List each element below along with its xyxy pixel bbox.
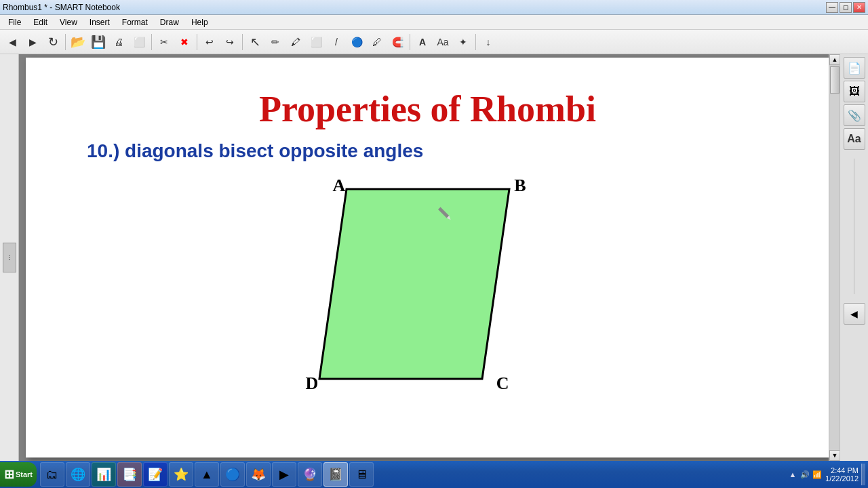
tray-icon-network[interactable]: 📶 [812, 469, 823, 480]
properties-panel-button[interactable]: Aa [844, 128, 865, 150]
menu-view[interactable]: View [54, 16, 83, 28]
text-button[interactable]: A [413, 33, 432, 52]
tray-icon-2[interactable]: 🔊 [800, 469, 810, 480]
menu-edit[interactable]: Edit [28, 16, 53, 28]
menu-insert[interactable]: Insert [84, 16, 115, 28]
taskbar-media[interactable]: ▶ [272, 462, 296, 487]
undo-button[interactable]: ↩ [200, 33, 219, 52]
rhombus-diagram: A B D C [26, 176, 829, 406]
right-sidebar: 📄 🖼 📎 Aa ◀ [840, 54, 868, 461]
vertex-d-label: D [306, 373, 319, 394]
vertex-c-label: C [496, 373, 509, 394]
rhombus-svg [292, 176, 564, 406]
start-button[interactable]: ⊞ Start [0, 462, 37, 487]
screen-button[interactable]: ⬜ [130, 33, 149, 52]
rhombus-shape [319, 189, 509, 379]
toolbar-separator-1 [65, 34, 66, 50]
taskbar-app13[interactable]: 🖥 [349, 462, 374, 487]
text2-button[interactable]: Aa [433, 33, 452, 52]
sidebar-separator [854, 159, 854, 294]
taskbar-firefox[interactable]: 🦊 [246, 462, 271, 487]
forward-button[interactable]: ▶ [23, 33, 42, 52]
menu-help[interactable]: Help [186, 16, 214, 28]
close-button[interactable]: ✕ [853, 2, 865, 13]
taskbar-powerpoint[interactable]: 📑 [117, 462, 142, 487]
pen-button[interactable]: ✏ [266, 33, 285, 52]
taskbar-app6[interactable]: ⭐ [169, 462, 193, 487]
system-tray: ▲ 🔊 📶 [787, 469, 823, 480]
page-sorter-button[interactable]: 📄 [844, 57, 865, 79]
page-subtitle: 10.) diagonals bisect opposite angles [87, 140, 829, 162]
vertex-a-label: A [333, 176, 346, 196]
open-button[interactable]: 📂 [68, 33, 87, 52]
toolbar: ◀ ▶ ↻ 📂 💾 🖨 ⬜ ✂ ✖ ↩ ↪ ↖ ✏ 🖍 ⬜ / 🔵 🖊 🧲 A … [0, 30, 868, 54]
scroll-up-button[interactable]: ▲ [829, 54, 840, 65]
clock-time: 2:44 PM [825, 466, 859, 474]
select-button[interactable]: ↖ [245, 33, 264, 52]
page-title: Properties of Rhombi [26, 88, 829, 130]
scroll-bar: ▲ ▼ [829, 54, 840, 461]
eraser2-button[interactable]: 🖊 [368, 33, 387, 52]
down-button[interactable]: ↓ [479, 33, 498, 52]
magnet-button[interactable]: 🧲 [388, 33, 407, 52]
left-panel: ▶▶ ⋮ [0, 54, 19, 461]
tray-icon-1[interactable]: ▲ [787, 469, 798, 480]
fill-button[interactable]: 🔵 [347, 33, 366, 52]
redo-button[interactable]: ↪ [220, 33, 239, 52]
attachments-button[interactable]: 📎 [844, 104, 865, 126]
menu-file[interactable]: File [3, 16, 26, 28]
eraser-button[interactable]: ⬜ [307, 33, 326, 52]
page-canvas: Properties of Rhombi 10.) diagonals bise… [26, 58, 829, 458]
menu-draw[interactable]: Draw [155, 16, 184, 28]
panel-toggle[interactable]: ⋮ [3, 243, 16, 272]
maximize-button[interactable]: ◻ [840, 2, 852, 13]
clock[interactable]: 2:44 PM 1/22/2012 [825, 466, 859, 483]
sidebar-expand-button[interactable]: ◀ [844, 303, 865, 325]
toolbar-separator-4 [242, 34, 243, 50]
scroll-track[interactable] [829, 65, 840, 450]
cut-button[interactable]: ✂ [155, 33, 174, 52]
back-button[interactable]: ◀ [3, 33, 22, 52]
clock-date: 1/22/2012 [825, 474, 859, 483]
scroll-down-button[interactable]: ▼ [829, 450, 840, 461]
taskbar-app7[interactable]: ▲ [195, 462, 219, 487]
toolbar-separator-5 [410, 34, 410, 50]
toolbar-separator-3 [197, 34, 197, 50]
delete-button[interactable]: ✖ [175, 33, 194, 52]
taskbar-ie[interactable]: 🌐 [66, 462, 90, 487]
scroll-thumb[interactable] [830, 66, 840, 94]
line-button[interactable]: / [327, 33, 346, 52]
refresh-button[interactable]: ↻ [43, 33, 62, 52]
taskbar-word[interactable]: 📝 [143, 462, 167, 487]
taskbar-explorer[interactable]: 🗂 [40, 462, 64, 487]
menu-bar: File Edit View Insert Format Draw Help [0, 15, 868, 30]
highlighter-button[interactable]: 🖍 [286, 33, 305, 52]
taskbar-right: ▲ 🔊 📶 2:44 PM 1/22/2012 [787, 464, 868, 485]
taskbar-app11[interactable]: 🔮 [298, 462, 322, 487]
minimize-button[interactable]: — [826, 2, 838, 13]
vertex-b-label: B [514, 176, 526, 196]
title-bar: Rhombus1 * - SMART Notebook — ◻ ✕ [0, 0, 868, 15]
toolbar-separator-2 [151, 34, 152, 50]
title-bar-controls: — ◻ ✕ [826, 2, 865, 13]
taskbar: ⊞ Start 🗂 🌐 📊 📑 📝 ⭐ ▲ 🔵 🦊 ▶ 🔮 📓 🖥 ▲ 🔊 📶 … [0, 461, 868, 488]
print-button[interactable]: 🖨 [109, 33, 128, 52]
gallery-button[interactable]: 🖼 [844, 81, 865, 102]
show-desktop-button[interactable] [861, 464, 865, 485]
save-button[interactable]: 💾 [89, 33, 108, 52]
taskbar-smart[interactable]: 📓 [323, 462, 348, 487]
menu-format[interactable]: Format [117, 16, 153, 28]
shapes-button[interactable]: ✦ [454, 33, 473, 52]
toolbar-separator-6 [475, 34, 476, 50]
window-title: Rhombus1 * - SMART Notebook [3, 3, 826, 12]
taskbar-app8[interactable]: 🔵 [220, 462, 245, 487]
canvas-area: Properties of Rhombi 10.) diagonals bise… [19, 54, 829, 461]
taskbar-excel[interactable]: 📊 [92, 462, 116, 487]
